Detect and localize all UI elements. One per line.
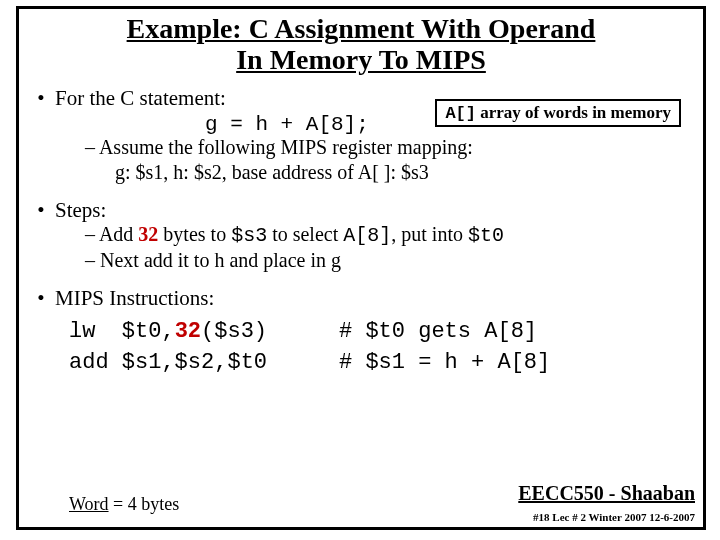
bullet-mips: MIPS Instructions:	[55, 286, 689, 311]
instr-row-1: lw $t0,32($s3) # $t0 gets A[8]	[69, 317, 689, 348]
assume-line: Assume the following MIPS register mappi…	[85, 136, 689, 159]
instr-2-left: add $s1,$s2,$t0	[69, 348, 339, 379]
lecture-footer: #18 Lec # 2 Winter 2007 12-6-2007	[533, 511, 695, 523]
slide-title: Example: C Assignment With Operand In Me…	[33, 13, 689, 76]
step-2: Next add it to h and place in g	[85, 249, 689, 272]
register-mapping: g: $s1, h: $s2, base address of A[ ]: $s…	[115, 161, 689, 184]
instr-row-2: add $s1,$s2,$t0 # $s1 = h + A[8]	[69, 348, 689, 379]
instr-2-comment: # $s1 = h + A[8]	[339, 348, 550, 379]
bullet-steps: Steps: Add 32 bytes to $s3 to select A[8…	[55, 198, 689, 272]
bullet-c-statement-text: For the C statement:	[55, 86, 226, 110]
badge-text: array of words in memory	[476, 103, 671, 122]
word-size-note: Word = 4 bytes	[69, 494, 179, 515]
mips-instructions: lw $t0,32($s3) # $t0 gets A[8] add $s1,$…	[69, 317, 689, 379]
badge-code: A[]	[445, 104, 476, 123]
title-line-2: In Memory To MIPS	[236, 44, 486, 75]
steps-label: Steps:	[55, 198, 106, 222]
course-footer: EECC550 - Shaaban	[518, 482, 695, 505]
instr-1-comment: # $t0 gets A[8]	[339, 317, 537, 348]
array-note-badge: A[] array of words in memory	[435, 99, 681, 127]
title-line-1: Example: C Assignment With Operand	[127, 13, 596, 44]
slide-frame: Example: C Assignment With Operand In Me…	[16, 6, 706, 530]
offset-32: 32	[138, 223, 158, 245]
step-1: Add 32 bytes to $s3 to select A[8], put …	[85, 223, 689, 247]
content: For the C statement: g = h + A[8]; Assum…	[33, 86, 689, 379]
word-underline: Word	[69, 494, 109, 514]
instr-1-left: lw $t0,32($s3)	[69, 317, 339, 348]
